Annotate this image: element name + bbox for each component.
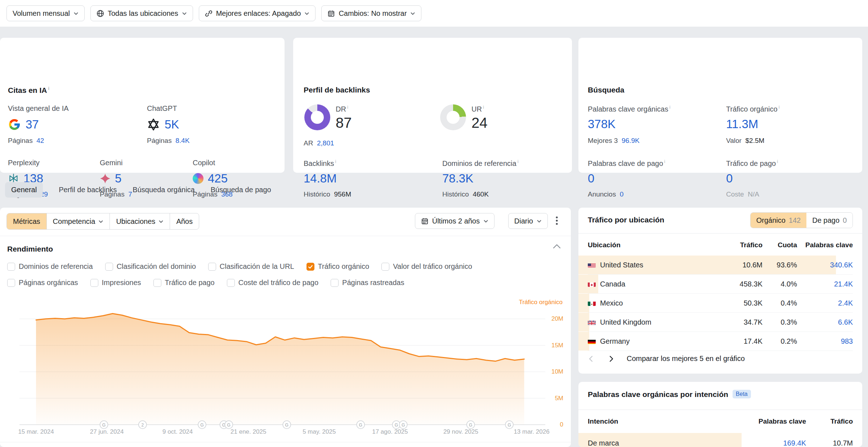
ads-link[interactable]: 0 <box>620 190 624 198</box>
changes-filter-label: Cambios: No mostrar <box>339 9 407 18</box>
backlinks-historic: Histórico 956M <box>304 190 351 198</box>
backlinks-label: Backlinksi <box>304 159 336 168</box>
backlinks-value: 14.8M <box>304 172 337 185</box>
info-icon: i <box>669 104 670 110</box>
traffic-by-location-card: Tráfico por ubicación Orgánico142 De pag… <box>578 208 862 374</box>
segment-locations[interactable]: Ubicaciones <box>109 213 170 229</box>
gemini-label: Gemini <box>100 159 122 167</box>
checkbox-organic-traffic[interactable]: Tráfico orgánico <box>307 262 370 271</box>
ai-citations-title: Citas en IAi <box>8 86 49 95</box>
top-toolbar: Volumen mensual Todas las ubicaciones Me… <box>0 0 868 27</box>
chevron-down-icon <box>537 220 542 223</box>
table-row[interactable]: Germany 17.4K 0.2% 983 <box>588 332 853 351</box>
paid-traffic-sub: Coste N/A <box>726 190 759 198</box>
backlink-profile-card: Perfil de backlinks DRi 87 AR 2,801 URi … <box>293 38 572 173</box>
info-icon: i <box>483 104 484 110</box>
info-icon: i <box>518 159 519 164</box>
dr-value: 87 <box>336 115 352 131</box>
svg-text:G: G <box>200 423 203 428</box>
x-tick: 9 oct. 2024 <box>162 428 193 435</box>
organic-keywords-label: Palabras clave orgánicasi <box>588 104 670 113</box>
svg-text:G: G <box>102 423 106 428</box>
overview-panel: Métricas Competencia Ubicaciones Años Úl… <box>0 208 571 447</box>
ref-domains-value: 78.3K <box>442 172 473 185</box>
checkbox-icon <box>331 279 339 287</box>
keywords-link[interactable]: 21.4K <box>797 280 853 288</box>
checkbox-organic-traffic-value[interactable]: Valor del tráfico orgánico <box>381 262 472 271</box>
keywords-link[interactable]: 2.4K <box>797 299 853 307</box>
next-page-icon[interactable] <box>607 355 614 362</box>
table-row[interactable]: United Kingdom 34.7K 0.3% 6.6K <box>588 313 853 332</box>
segment-years[interactable]: Años <box>170 213 199 229</box>
checkbox-url-rating[interactable]: Clasificación de la URL <box>208 262 294 271</box>
y-tick: 10M <box>547 368 563 375</box>
checkbox-paid-traffic-cost[interactable]: Coste del tráfico de pago <box>227 279 318 287</box>
ref-domains-label: Dominios de referenciai <box>442 159 519 168</box>
pages-link[interactable]: 42 <box>36 137 44 144</box>
pages-link[interactable]: 8.4K <box>175 137 189 144</box>
keywords-link[interactable]: 6.6K <box>797 318 853 326</box>
info-icon: i <box>777 159 778 164</box>
ref-domains-historic: Histórico 460K <box>442 190 489 198</box>
paid-traffic-value: 0 <box>726 172 733 185</box>
svg-text:G: G <box>285 423 288 428</box>
top3-link[interactable]: 96.9K <box>622 137 640 144</box>
tab-general[interactable]: General <box>5 182 43 198</box>
tab-organic-search[interactable]: Búsqueda orgánica <box>133 182 194 198</box>
chevron-down-icon <box>410 12 415 15</box>
google-icon <box>8 118 21 131</box>
table-row[interactable]: Canada 458.3K 4.0% 21.4K <box>588 275 853 294</box>
best-links-filter-button[interactable]: Mejores enlaces: Apagado <box>199 5 316 21</box>
performance-section-title: Rendimiento <box>7 245 53 253</box>
traffic-by-location-title: Tráfico por ubicación <box>588 216 664 224</box>
ca-flag-icon <box>588 281 596 287</box>
chevron-down-icon <box>98 220 103 223</box>
volume-filter-button[interactable]: Volumen mensual <box>6 5 85 21</box>
checkbox-crawled-pages[interactable]: Páginas rastreadas <box>331 279 404 287</box>
tab-backlink-profile[interactable]: Perfil de backlinks <box>59 182 117 198</box>
chatgpt-pages: Páginas 8.4K <box>147 137 189 145</box>
x-tick: 5 may. 2025 <box>303 428 336 435</box>
info-icon: i <box>779 104 780 110</box>
y-tick: 20M <box>547 315 563 322</box>
keywords-link[interactable]: 983 <box>797 337 853 346</box>
x-tick: 17 ago. 2025 <box>372 428 408 435</box>
date-range-button[interactable]: Últimos 2 años <box>415 213 495 229</box>
checkbox-impressions[interactable]: Impresiones <box>90 279 141 287</box>
traffic-chart-svg[interactable]: G2GGGGGGGGG <box>14 307 547 433</box>
copilot-label: Copilot <box>193 159 215 167</box>
link-icon <box>205 10 212 17</box>
date-range-label: Últimos 2 años <box>432 217 480 225</box>
chevron-up-icon[interactable] <box>553 244 561 249</box>
ai-overview-pages: Páginas 42 <box>8 137 44 145</box>
table-row[interactable]: Mexico 50.3K 0.4% 2.4K <box>588 294 853 313</box>
segment-competitors[interactable]: Competencia <box>46 213 110 229</box>
keywords-link[interactable]: 340.6K <box>797 261 853 269</box>
checkbox-domain-rating[interactable]: Clasificación del dominio <box>105 262 196 271</box>
checkbox-organic-pages[interactable]: Páginas orgánicas <box>7 279 78 287</box>
x-tick: 13 mar. 2026 <box>514 428 549 435</box>
changes-filter-button[interactable]: Cambios: No mostrar <box>321 5 421 21</box>
keywords-link[interactable]: 169.4K <box>738 439 806 447</box>
compare-top5-link[interactable]: Comparar los mejores 5 en el gráfico <box>627 355 745 363</box>
de-flag-icon <box>588 339 596 344</box>
segment-metrics[interactable]: Métricas <box>7 213 46 229</box>
toggle-organic[interactable]: Orgánico142 <box>751 213 807 228</box>
granularity-button[interactable]: Diario <box>508 213 548 229</box>
kebab-menu-icon[interactable] <box>552 216 561 226</box>
locations-filter-button[interactable]: Todas las ubicaciones <box>90 5 193 21</box>
info-icon: i <box>664 159 665 164</box>
prev-page-icon[interactable] <box>588 355 595 362</box>
tab-paid-search[interactable]: Búsqueda de pago <box>211 182 271 198</box>
organic-keywords-value: 378K <box>588 117 616 131</box>
checkbox-paid-traffic[interactable]: Tráfico de pago <box>153 279 215 287</box>
toggle-paid[interactable]: De pago0 <box>806 213 853 228</box>
svg-text:G: G <box>469 423 472 428</box>
checkbox-referring-domains[interactable]: Dominios de referencia <box>7 262 93 271</box>
chatgpt-value: 5K <box>165 118 179 131</box>
table-row[interactable]: United States 10.6M 93.6% 340.6K <box>588 256 853 275</box>
ar-link[interactable]: 2,801 <box>317 139 334 147</box>
table-row[interactable]: De marca 169.4K 10.7M <box>588 433 853 447</box>
calendar-icon <box>421 217 429 225</box>
checkbox-icon <box>7 263 15 271</box>
